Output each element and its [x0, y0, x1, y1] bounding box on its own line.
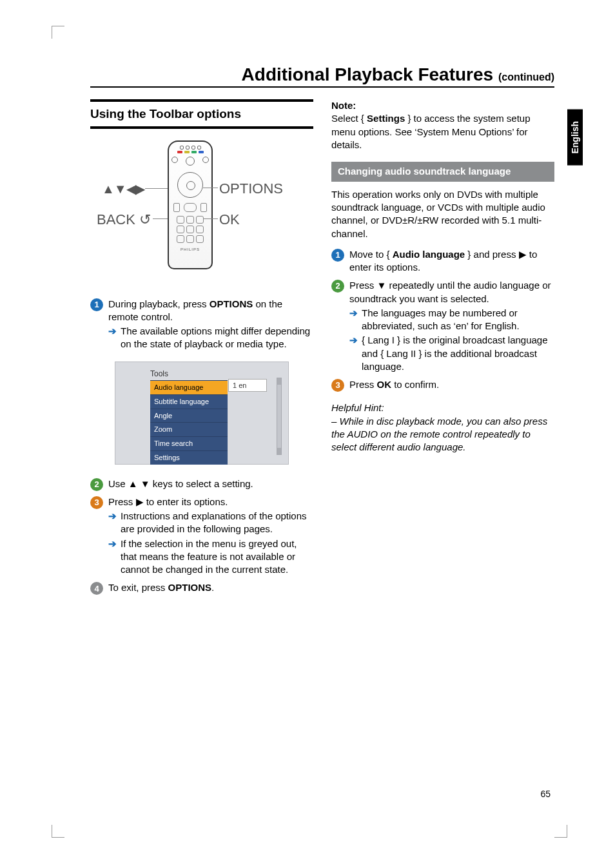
step-note: Instructions and explanations of the opt…	[121, 510, 313, 536]
step-text: To exit, press	[108, 582, 168, 593]
tools-item: Zoom	[150, 422, 228, 436]
page-title: Additional Playback Features (continued)	[90, 64, 554, 88]
step-note: { Lang I } is the original broadcast lan…	[362, 334, 554, 373]
tools-item: Time search	[150, 436, 228, 450]
step-text: to confirm.	[391, 379, 439, 390]
remote-body: PHILIPS	[168, 140, 213, 269]
step-bold: Audio language	[393, 249, 465, 260]
tools-menu-screenshot: Tools Audio language Subtitle language A…	[115, 362, 289, 465]
left-column: Using the Toolbar options	[90, 99, 313, 600]
options-key-label: OPTIONS	[219, 179, 283, 198]
step-number-icon: 2	[90, 478, 103, 491]
step-1: 1 During playback, press OPTIONS on the …	[90, 298, 313, 352]
step-text: .	[211, 582, 214, 593]
sub-heading: Changing audio soundtrack language	[331, 162, 554, 182]
dpad-icon	[177, 172, 203, 198]
scrollbar	[277, 378, 282, 455]
section-title: Using the Toolbar options	[90, 106, 313, 122]
step-note: If the selection in the menu is greyed o…	[121, 537, 313, 577]
step-text: Press ▼ repeatedly until the audio langu…	[349, 279, 554, 305]
tools-list: Audio language Subtitle language Angle Z…	[150, 380, 228, 465]
hint-heading: Helpful Hint:	[331, 401, 554, 414]
crop-mark	[554, 825, 567, 838]
step-number-icon: 2	[331, 280, 344, 293]
step-text: Use ▲ ▼ keys to select a setting.	[108, 477, 313, 490]
step-note: The languages may be numbered or abbrevi…	[362, 307, 554, 333]
tools-item: Settings	[150, 450, 228, 465]
remote-diagram: PHILIPS ▲▼◀▶ BACK ↺ OPTIONS OK	[90, 140, 313, 282]
step-2: 2 Press ▼ repeatedly until the audio lan…	[331, 279, 554, 374]
note-body: Select { Settings } to access the system…	[331, 112, 554, 151]
right-column: Note: Select { Settings } to access the …	[331, 99, 554, 600]
arrow-icon: ➔	[108, 325, 117, 351]
tools-item-selected: Audio language	[150, 380, 228, 394]
title-continued: (continued)	[498, 72, 554, 82]
page-number: 65	[540, 789, 551, 799]
step-text: Press	[349, 379, 377, 390]
step-bold: OPTIONS	[168, 582, 212, 593]
tools-item: Angle	[150, 409, 228, 423]
remote-brand: PHILIPS	[169, 247, 211, 252]
nav-keys-label: ▲▼◀▶	[102, 180, 144, 198]
arrow-icon: ➔	[349, 334, 358, 373]
step-text: During playback, press	[108, 298, 210, 309]
step-1: 1 Move to { Audio language } and press ▶…	[331, 248, 554, 276]
step-bold: OPTIONS	[210, 298, 253, 309]
step-number-icon: 3	[90, 496, 103, 509]
crop-mark	[52, 26, 64, 39]
step-number-icon: 1	[90, 298, 103, 311]
crop-mark	[52, 825, 64, 838]
step-text: Press ▶ to enter its options.	[108, 496, 313, 508]
step-text: Move to {	[349, 249, 393, 260]
back-key-label: BACK ↺	[97, 210, 151, 229]
note-heading: Note:	[331, 99, 554, 112]
tools-item: Subtitle language	[150, 394, 228, 409]
hint-body: – While in disc playback mode, you can a…	[331, 415, 554, 454]
tools-title: Tools	[122, 369, 282, 379]
step-note: The available options might differ depen…	[121, 325, 313, 351]
arrow-icon: ➔	[108, 510, 117, 536]
step-2: 2 Use ▲ ▼ keys to select a setting.	[90, 477, 313, 492]
title-main: Additional Playback Features	[242, 64, 498, 84]
intro-text: This operation works only on DVDs with m…	[331, 188, 554, 240]
step-3: 3 Press OK to confirm.	[331, 378, 554, 392]
ok-key-label: OK	[219, 210, 240, 229]
step-3: 3 Press ▶ to enter its options. ➔Instruc…	[90, 496, 313, 578]
step-number-icon: 3	[331, 379, 344, 392]
tools-selected-value: 1 en	[228, 379, 267, 392]
arrow-icon: ➔	[108, 537, 117, 577]
arrow-icon: ➔	[349, 307, 358, 333]
section-header: Using the Toolbar options	[90, 99, 313, 129]
step-number-icon: 4	[90, 582, 103, 595]
step-4: 4 To exit, press OPTIONS.	[90, 581, 313, 595]
step-number-icon: 1	[331, 249, 344, 262]
language-tab: English	[567, 110, 583, 166]
step-bold: OK	[377, 379, 392, 390]
